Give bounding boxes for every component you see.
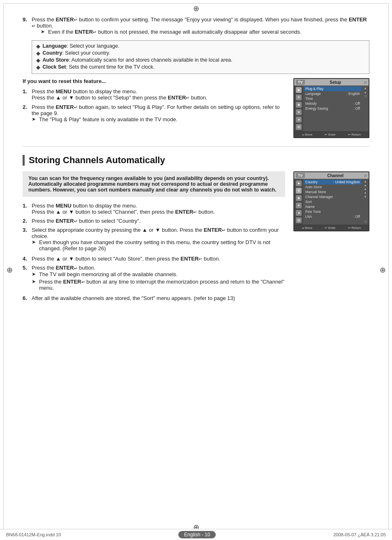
tv-channel-body: ▶ ⚙ ◉ ★ ◈ ▤ Country: United Kingdom Auto… [294,179,369,225]
tv-footer-return: ↩ Return [348,133,361,136]
tv-setup-header: TV Setup ▷ [294,79,369,85]
step-9-arrow-text: Even if the ENTER↵ button is not pressed… [48,29,302,35]
tv-menu-energy: Energy Saving: Off [304,106,361,111]
reset-step-2-text: Press the ENTER↵ button again, to select… [32,104,285,116]
storing-step-5-arrow1: ➤ The TV will begin memorizing all of th… [32,271,285,277]
tv-menu-time: Time [304,96,361,101]
storing-step-4-num: 4. [23,256,32,262]
return-label: Return [352,133,361,136]
step-9-arrow: ➤ Even if the ENTER↵ button is not press… [41,29,369,35]
tv-ch-footer-move: ⬥ Move [302,226,312,230]
storing-step-5-arrow1-text: The TV will begin memorizing all of the … [39,271,178,277]
tv-ch-sidebar-icon-1: ▶ [296,180,302,186]
tv-ch-sidebar-icon-4: ★ [296,203,302,208]
tv-scroll-up2-icon: ▲ [364,91,367,94]
tv-ch-arrow-icon: ▷ [364,174,367,178]
tv-sidebar-icon-3: ◉ [296,102,302,108]
tv-ch-scroll-up1-icon: ▲ [364,180,367,183]
storing-step-2-text: Press the ENTER↵ button to select "Count… [32,218,285,224]
tv-ch-footer-return: ↩ Return [348,226,361,230]
tv-scrollbar: ▲ ▲ ▽ [362,85,369,132]
step-9-num: 9. [23,16,32,36]
storing-step-3: 3. Select the appropriate country by pre… [23,227,285,253]
crosshair-left-icon: ⊕ [5,265,14,275]
enter-label: Enter [328,133,336,136]
tv-setup-body: ▶ ⚙ ◉ ★ ◈ ▤ Plug & Play Language: Englis… [294,85,369,132]
tv-ch-menu-lna: LNA: Off [304,214,361,219]
arrow-icon-5: ➤ [32,279,39,291]
ch-return-label: Return [352,226,361,230]
tv-sidebar-icon-1: ▶ [296,87,302,93]
tv-ch-scroll-up3-icon: ▲ [364,187,367,190]
tv-menu-plug-play: Plug & Play [304,86,361,91]
tv-ch-footer-enter: ↵ Enter [325,226,336,230]
ch-move-icon: ⬥ [302,226,304,230]
tv-ch-sidebar-icon-6: ▤ [296,217,302,223]
tv-ch-scrollbar: ▲ ▲ ▲ ▲ ▲ ▽ [362,179,369,225]
arrow-icon-2: ➤ [32,116,39,122]
ch-move-label: Move [305,226,312,230]
tv-label: TV [296,80,305,85]
storing-step-6-content: After all the available channels are sto… [32,295,285,301]
page-number: English - 10 [178,531,216,538]
tv-ch-scroll-up2-icon: ▲ [364,184,367,187]
tv-ch-menu-chanmanager: Channel Manager [304,194,361,199]
tv-ch-menu-country: Country: United Kingdom [304,180,361,185]
tv-setup-sidebar: ▶ ⚙ ◉ ★ ◈ ▤ [294,85,303,132]
storing-step-4-text: Press the ▲ or ▼ button to select "Auto … [32,256,285,262]
step-9-text: Press the ENTER↵ button to confirm your … [32,16,369,29]
reset-step-2: 2. Press the ENTER↵ button again, to sel… [23,104,285,124]
storing-step-3-num: 3. [23,227,32,253]
tv-ch-menu-manualstore: Manual Store [304,189,361,194]
storing-step-2-num: 2. [23,218,32,224]
tv-ch-scroll-up5-icon: ▲ [364,195,367,198]
reset-step-2-arrow: ➤ The "Plug & Play" feature is only avai… [32,116,285,122]
reset-step-2-content: Press the ENTER↵ button again, to select… [32,104,285,124]
tv-arrow-right-icon: ▷ [364,81,367,84]
tv-channel-menu: Country: United Kingdom Auto Store Manua… [303,179,362,225]
tv-ch-menu-autostore: Auto Store [304,185,361,189]
storing-title: Storing Channels Automatically [23,155,369,166]
storing-step-3-arrow: ➤ Even though you have changed the count… [32,239,285,252]
reset-title: If you want to reset this feature... [23,78,285,84]
info-item-autostore: ◆ Auto Store: Automatically scans for an… [36,57,365,63]
main-content: 9. Press the ENTER↵ button to confirm yo… [0,0,392,316]
reset-step-2-num: 2. [23,104,32,124]
tv-footer-enter: ↵ Enter [325,133,336,136]
storing-step-5: 5. Press the ENTER↵ button. ➤ The TV wil… [23,265,285,292]
reset-step-1-content: Press the MENU button to display the men… [32,88,285,101]
tv-ch-sidebar-icon-5: ◈ [296,210,302,216]
storing-step-5-text: Press the ENTER↵ button. [32,265,285,271]
storing-step-4-content: Press the ▲ or ▼ button to select "Auto … [32,256,285,262]
move-icon: ⬥ [302,133,304,136]
enter-icon: ↵ [325,133,327,136]
tv-sidebar-icon-4: ★ [296,109,302,115]
footer-right: 2008-05-07 ¿ÀÈÄ 3:21:05 [333,532,386,537]
tv-sidebar-icon-2: ⚙ [296,95,302,100]
storing-step-5-arrow2-text: Press the ENTER↵ button at any time to i… [39,279,285,291]
storing-step-4: 4. Press the ▲ or ▼ button to select "Au… [23,256,285,262]
return-icon: ↩ [348,133,351,136]
reset-text: If you want to reset this feature... 1. … [23,78,285,138]
tv-ch-menu-sort: Sort [304,199,361,204]
tv-setup-menu: Plug & Play Language: English Time Melod… [303,85,362,132]
step-9-content: Press the ENTER↵ button to confirm your … [32,16,369,36]
tv-ch-menu-name: Name [304,204,361,209]
tv-channel-label: TV [296,173,305,178]
tv-channel-mockup: TV Channel ▷ ▶ ⚙ ◉ ★ ◈ ▤ [293,171,369,303]
info-item-clockset: ◆ Clock Set: Sets the current time for t… [36,64,365,70]
reset-step-1-text: Press the MENU button to display the men… [32,88,285,101]
info-item-language: ◆ Language: Select your language. [36,43,365,49]
tv-menu-melody: Melody: Off [304,101,361,106]
storing-step-3-text: Select the appropriate country by pressi… [32,227,285,239]
tv-ch-menu-finetune: Fine Tune [304,209,361,214]
storing-step-5-num: 5. [23,265,32,292]
storing-step-2-content: Press the ENTER↵ button to select "Count… [32,218,285,224]
reset-step-1: 1. Press the MENU button to display the … [23,88,285,101]
storing-content: You can scan for the frequency ranges av… [23,171,369,303]
info-box: ◆ Language: Select your language. ◆ Coun… [32,40,369,74]
storing-step-6-num: 6. [23,295,32,301]
storing-step-1-num: 1. [23,203,32,215]
move-label: Move [305,133,312,136]
tv-setup-mockup: TV Setup ▷ ▶ ⚙ ◉ ★ ◈ ▤ Plug & [293,78,369,138]
